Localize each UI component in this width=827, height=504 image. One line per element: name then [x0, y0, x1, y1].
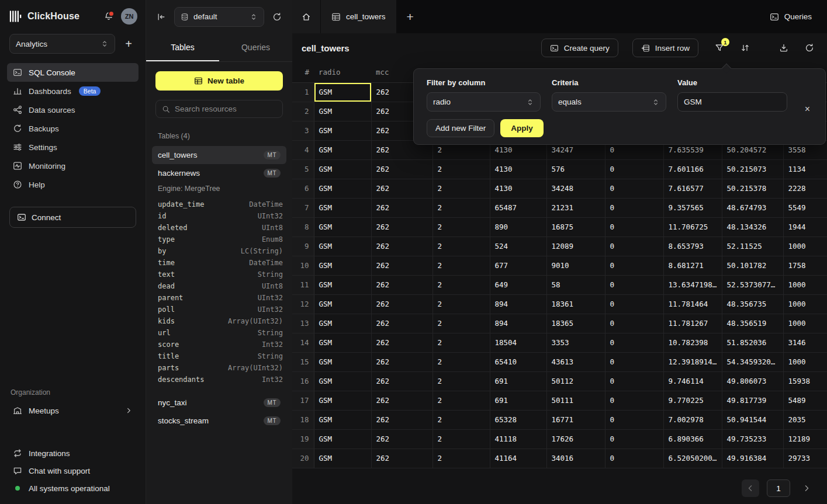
- sidebar-item-meetups[interactable]: Meetups: [7, 401, 139, 420]
- grid-cell[interactable]: 0: [605, 449, 663, 468]
- grid-cell[interactable]: 48.356735: [722, 294, 783, 314]
- grid-cell[interactable]: 262: [371, 449, 432, 468]
- sidebar-item-all-systems-operational[interactable]: All systems operational: [7, 479, 139, 497]
- grid-cell[interactable]: 2: [432, 391, 490, 410]
- grid-cell[interactable]: 2: [432, 256, 490, 275]
- insert-row-button[interactable]: Insert row: [632, 39, 698, 57]
- home-tab[interactable]: [292, 0, 320, 33]
- grid-cell[interactable]: 50112: [546, 371, 605, 391]
- grid-cell[interactable]: 11.706725: [663, 217, 722, 237]
- grid-cell[interactable]: GSM: [314, 140, 371, 159]
- grid-cell[interactable]: 2: [432, 410, 490, 429]
- row-number[interactable]: 15: [292, 352, 314, 371]
- row-number[interactable]: 9: [292, 237, 314, 256]
- sort-button[interactable]: [737, 40, 753, 56]
- row-number[interactable]: 14: [292, 333, 314, 352]
- grid-cell[interactable]: 0: [605, 410, 663, 429]
- grid-cell[interactable]: 1758: [783, 256, 827, 275]
- grid-cell[interactable]: 0: [605, 333, 663, 352]
- grid-cell[interactable]: 262: [371, 410, 432, 429]
- grid-cell[interactable]: 15938: [783, 371, 827, 391]
- previous-page-button[interactable]: [742, 479, 759, 497]
- row-number[interactable]: 10: [292, 256, 314, 275]
- avatar[interactable]: ZN: [121, 8, 137, 25]
- column-header-radio[interactable]: radio: [314, 62, 371, 82]
- row-number[interactable]: 11: [292, 275, 314, 294]
- grid-cell[interactable]: 18504: [490, 333, 546, 352]
- grid-cell[interactable]: 18361: [546, 294, 605, 314]
- grid-cell[interactable]: 262: [371, 333, 432, 352]
- tab-queries[interactable]: Queries: [219, 33, 292, 61]
- sidebar-item-settings[interactable]: Settings: [7, 138, 139, 157]
- row-number[interactable]: 19: [292, 429, 314, 449]
- grid-cell[interactable]: 49.916384: [722, 449, 783, 468]
- grid-cell[interactable]: 0: [605, 275, 663, 294]
- grid-cell[interactable]: 2035: [783, 410, 827, 429]
- grid-cell[interactable]: GSM: [314, 429, 371, 449]
- grid-cell[interactable]: 7.616577: [663, 179, 722, 198]
- grid-cell[interactable]: 51.852036: [722, 333, 783, 352]
- grid-cell[interactable]: GSM: [314, 217, 371, 237]
- grid-cell[interactable]: 691: [490, 371, 546, 391]
- grid-cell[interactable]: 0: [605, 256, 663, 275]
- grid-cell[interactable]: GSM: [314, 121, 371, 140]
- row-number[interactable]: 8: [292, 217, 314, 237]
- grid-cell[interactable]: GSM: [314, 237, 371, 256]
- grid-cell[interactable]: 262: [371, 275, 432, 294]
- table-item-nyc-taxi[interactable]: nyc_taxi MT: [152, 394, 286, 412]
- grid-cell[interactable]: 262: [371, 217, 432, 237]
- grid-cell[interactable]: 65328: [490, 410, 546, 429]
- row-number[interactable]: 16: [292, 371, 314, 391]
- grid-cell[interactable]: 1134: [783, 159, 827, 179]
- grid-cell[interactable]: GSM: [314, 82, 371, 102]
- grid-cell[interactable]: 50.215378: [722, 179, 783, 198]
- refresh-data-button[interactable]: [801, 40, 818, 56]
- grid-cell[interactable]: 34248: [546, 179, 605, 198]
- row-number[interactable]: 12: [292, 294, 314, 314]
- notifications-bell-icon[interactable]: [104, 12, 113, 21]
- grid-cell[interactable]: 524: [490, 237, 546, 256]
- grid-cell[interactable]: 52.11525: [722, 237, 783, 256]
- grid-cell[interactable]: 48.356519: [722, 314, 783, 333]
- grid-cell[interactable]: 12.3918914…: [663, 352, 722, 371]
- grid-cell[interactable]: 11.781464: [663, 294, 722, 314]
- row-number[interactable]: 13: [292, 314, 314, 333]
- new-table-button[interactable]: New table: [155, 71, 283, 91]
- grid-cell[interactable]: 691: [490, 391, 546, 410]
- grid-cell[interactable]: 1944: [783, 217, 827, 237]
- grid-cell[interactable]: GSM: [314, 449, 371, 468]
- grid-cell[interactable]: 0: [605, 294, 663, 314]
- grid-cell[interactable]: 262: [371, 314, 432, 333]
- grid-cell[interactable]: 262: [371, 179, 432, 198]
- grid-cell[interactable]: 2: [432, 333, 490, 352]
- grid-cell[interactable]: 1000: [783, 314, 827, 333]
- grid-cell[interactable]: 41118: [490, 429, 546, 449]
- grid-cell[interactable]: GSM: [314, 314, 371, 333]
- grid-cell[interactable]: 41164: [490, 449, 546, 468]
- grid-cell[interactable]: GSM: [314, 275, 371, 294]
- row-number[interactable]: 18: [292, 410, 314, 429]
- grid-cell[interactable]: 2: [432, 429, 490, 449]
- grid-cell[interactable]: 262: [371, 371, 432, 391]
- grid-cell[interactable]: 262: [371, 352, 432, 371]
- grid-cell[interactable]: 52.5373077…: [722, 275, 783, 294]
- row-number[interactable]: 17: [292, 391, 314, 410]
- workspace-select[interactable]: Analytics: [9, 34, 115, 54]
- grid-cell[interactable]: 58: [546, 275, 605, 294]
- sidebar-item-help[interactable]: Help: [7, 175, 139, 194]
- row-number[interactable]: 6: [292, 179, 314, 198]
- grid-cell[interactable]: 0: [605, 237, 663, 256]
- next-page-button[interactable]: [798, 479, 815, 497]
- grid-cell[interactable]: 49.817739: [722, 391, 783, 410]
- grid-cell[interactable]: 0: [605, 159, 663, 179]
- grid-cell[interactable]: 13.6347198…: [663, 275, 722, 294]
- grid-cell[interactable]: 0: [605, 179, 663, 198]
- grid-cell[interactable]: 262: [371, 429, 432, 449]
- grid-cell[interactable]: 16875: [546, 217, 605, 237]
- grid-cell[interactable]: 1000: [783, 275, 827, 294]
- grid-cell[interactable]: 2228: [783, 179, 827, 198]
- grid-cell[interactable]: 6.52050200…: [663, 449, 722, 468]
- grid-cell[interactable]: GSM: [314, 410, 371, 429]
- row-number[interactable]: 20: [292, 449, 314, 468]
- collapse-panel-button[interactable]: [153, 9, 169, 25]
